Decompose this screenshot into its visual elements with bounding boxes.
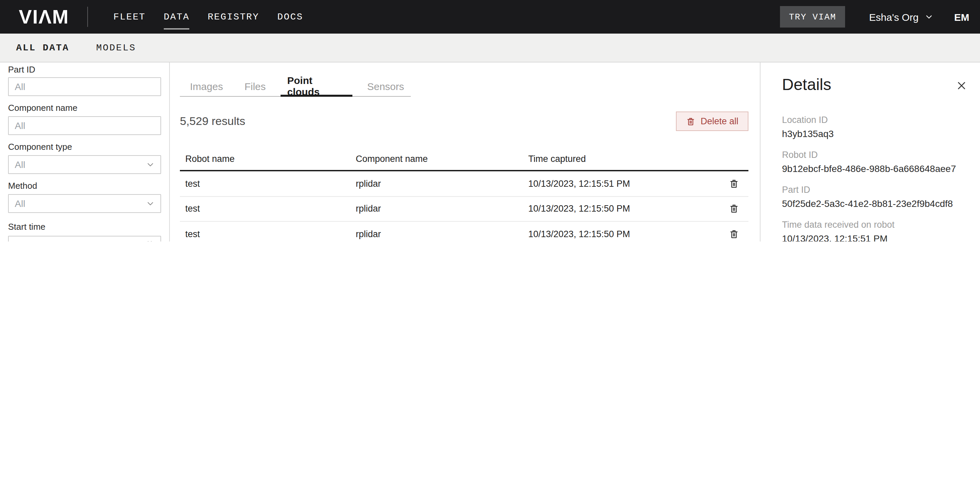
col-component-name: Component name [350,154,523,164]
component-name-cell: rplidar [350,204,523,214]
delete-row-button[interactable] [719,171,748,196]
nav-item[interactable]: FLEET [113,0,146,33]
chevron-down-icon [146,161,154,169]
col-time-captured: Time captured [523,154,719,164]
part-id-label: Part ID [8,64,161,75]
delete-all-button[interactable]: Delete all [676,112,748,131]
filter-component-type: Component type [8,142,161,152]
filter-method: Method [8,181,161,191]
nav-item[interactable]: DOCS [277,0,303,33]
component-type-select[interactable]: All [8,155,161,174]
details-field-value: 50f25de2-5a3c-41e2-8b81-23e2f9b4cdf8 [782,198,980,210]
filter-component-name: Component name [8,103,161,113]
nav-divider [87,7,88,27]
data-type-tabs: Images Files Point clouds Sensors [180,77,411,97]
col-actions [719,154,748,164]
robot-name-cell: test [180,229,350,239]
org-selector[interactable]: Esha's Org [869,11,933,22]
trash-icon [729,204,739,214]
start-date-value: 10/13/2023 [15,240,62,241]
data-type-tab[interactable]: Files [238,77,272,97]
chevron-down-icon [146,199,154,207]
details-field-value: 10/13/2023, 12:15:51 PM [782,233,980,241]
filters-sidebar: Part ID Component name Component type Al… [0,62,170,241]
part-id-input[interactable] [8,77,161,96]
data-type-tab[interactable]: Images [183,77,229,97]
nav-item-label: FLEET [113,11,146,22]
nav-item[interactable]: DATA [164,0,189,33]
method-select[interactable]: All [8,194,161,213]
trash-icon [729,179,739,189]
component-name-input[interactable] [8,116,161,135]
start-date-input[interactable]: 10/13/2023 [8,236,161,241]
nav-item[interactable]: REGISTRY [208,0,259,33]
details-field: Time data received on robot 10/13/2023, … [782,219,980,241]
table-body: test rplidar 10/13/2023, 12:15:51 PM tes… [180,171,748,241]
close-icon [956,80,967,93]
nav-item-label: DOCS [277,11,303,22]
topnav-right: TRY VIAM Esha's Org EM [780,6,969,27]
user-avatar[interactable]: EM [954,11,969,22]
results-count: 5,529 results [180,115,245,128]
details-field-label: Time data received on robot [782,219,980,230]
details-field: Part ID 50f25de2-5a3c-41e2-8b81-23e2f9b4… [782,184,980,210]
component-name-cell: rplidar [350,229,523,239]
org-name: Esha's Org [869,11,919,22]
method-value: All [15,198,25,209]
filter-part-id: Part ID [8,64,161,75]
component-type-value: All [15,159,25,170]
chevron-down-icon [924,13,933,21]
data-type-tab-label: Sensors [367,80,404,92]
col-robot-name: Robot name [180,154,350,164]
details-field: Robot ID 9b12ebcf-bfe8-486e-988b-6a66864… [782,149,980,175]
table-row[interactable]: test rplidar 10/13/2023, 12:15:50 PM [180,222,748,241]
top-nav: VIΛM FLEET DATA REGISTRY DOCS TRY VIAM E… [0,0,980,33]
data-type-tab-label: Files [244,80,266,92]
trash-icon [686,116,695,126]
table-header: Robot name Component name Time captured [180,154,748,171]
data-content: Images Files Point clouds Sensors 5,529 … [170,62,760,241]
results-row: 5,529 results Delete all [180,112,748,131]
details-field-label: Location ID [782,114,980,126]
table-row[interactable]: test rplidar 10/13/2023, 12:15:51 PM [180,171,748,196]
viam-logo[interactable]: VIΛM [19,0,69,33]
data-type-tab-label: Point clouds [287,75,346,97]
details-field-value: 9b12ebcf-bfe8-486e-988b-6a668648aee7 [782,163,980,175]
time-captured-cell: 10/13/2023, 12:15:51 PM [523,179,719,189]
viam-data-page: VIΛM FLEET DATA REGISTRY DOCS TRY VIAM E… [0,0,980,241]
robot-name-cell: test [180,204,350,214]
delete-row-button[interactable] [719,222,748,241]
trash-icon [729,229,739,239]
data-type-tab[interactable]: Sensors [360,77,411,97]
time-captured-cell: 10/13/2023, 12:15:50 PM [523,204,719,214]
component-name-cell: rplidar [350,179,523,189]
details-field-label: Robot ID [782,149,980,161]
details-title: Details [782,75,980,95]
data-type-tab[interactable]: Point clouds [281,77,352,97]
time-captured-cell: 10/13/2023, 12:15:50 PM [523,229,719,239]
close-details-button[interactable] [955,81,967,93]
start-time-label: Start time [8,222,161,232]
details-fields: Location ID h3yb135aq3 Robot ID 9b12ebcf… [782,114,980,241]
details-field: Location ID h3yb135aq3 [782,114,980,140]
details-panel: Details Location ID h3yb135aq3 Robot ID … [760,62,980,241]
sub-nav: ALL DATA MODELS [0,33,980,62]
robot-name-cell: test [180,179,350,189]
calendar-icon[interactable] [145,241,154,241]
subnav-tab[interactable]: MODELS [96,42,136,53]
method-label: Method [8,181,161,191]
primary-nav: FLEET DATA REGISTRY DOCS [113,0,303,33]
details-field-value: h3yb135aq3 [782,128,980,140]
point-clouds-table: Robot name Component name Time captured … [180,154,748,241]
component-name-label: Component name [8,103,161,113]
table-row[interactable]: test rplidar 10/13/2023, 12:15:50 PM [180,196,748,222]
filter-start-time: Start time [8,222,161,232]
details-field-label: Part ID [782,184,980,196]
nav-item-label: DATA [164,11,189,22]
subnav-tab[interactable]: ALL DATA [16,42,69,53]
data-type-tab-label: Images [190,80,223,92]
delete-all-label: Delete all [700,116,738,126]
try-viam-button[interactable]: TRY VIAM [780,6,845,27]
subnav-tab-label: MODELS [96,42,136,53]
delete-row-button[interactable] [719,196,748,221]
